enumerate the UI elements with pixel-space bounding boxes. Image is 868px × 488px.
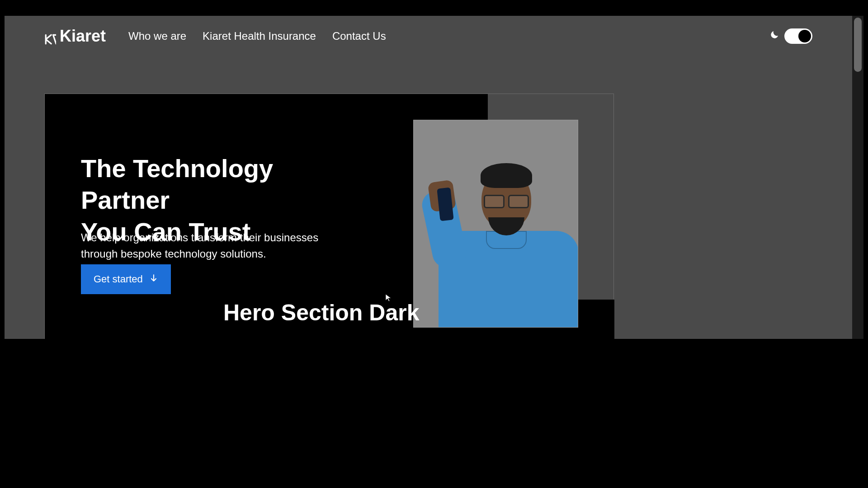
nav-item-who-we-are[interactable]: Who we are <box>128 30 186 42</box>
toggle-knob <box>798 30 811 42</box>
hero-title-line1: The Technology Partner <box>81 154 273 214</box>
nav-item-contact[interactable]: Contact Us <box>332 30 386 42</box>
hero-section: The Technology Partner You Can Trust We … <box>44 94 614 339</box>
letterbox-bottom <box>0 339 868 488</box>
dark-mode-toggle[interactable] <box>784 28 812 44</box>
hero-image <box>413 120 578 328</box>
letterbox-top <box>0 0 868 16</box>
cta-label: Get started <box>94 273 143 285</box>
page-viewport: Kiaret Who we are Kiaret Health Insuranc… <box>5 16 852 339</box>
brand-name: Kiaret <box>60 27 106 46</box>
moon-icon <box>769 29 780 43</box>
scrollbar-thumb[interactable] <box>854 18 862 72</box>
brand-logo[interactable]: Kiaret <box>44 27 106 46</box>
hero-subtitle: We help organizations transform their bu… <box>81 230 343 262</box>
logo-mark-icon <box>44 30 56 42</box>
site-header: Kiaret Who we are Kiaret Health Insuranc… <box>5 16 852 56</box>
theme-switcher <box>769 28 812 44</box>
nav-item-health-insurance[interactable]: Kiaret Health Insurance <box>203 30 316 42</box>
person-illustration <box>414 120 578 327</box>
primary-nav: Who we are Kiaret Health Insurance Conta… <box>128 30 386 42</box>
mouse-cursor-icon <box>385 294 392 304</box>
arrow-down-icon <box>149 273 158 285</box>
scrollbar-track[interactable] <box>852 16 863 339</box>
get-started-button[interactable]: Get started <box>81 264 171 294</box>
